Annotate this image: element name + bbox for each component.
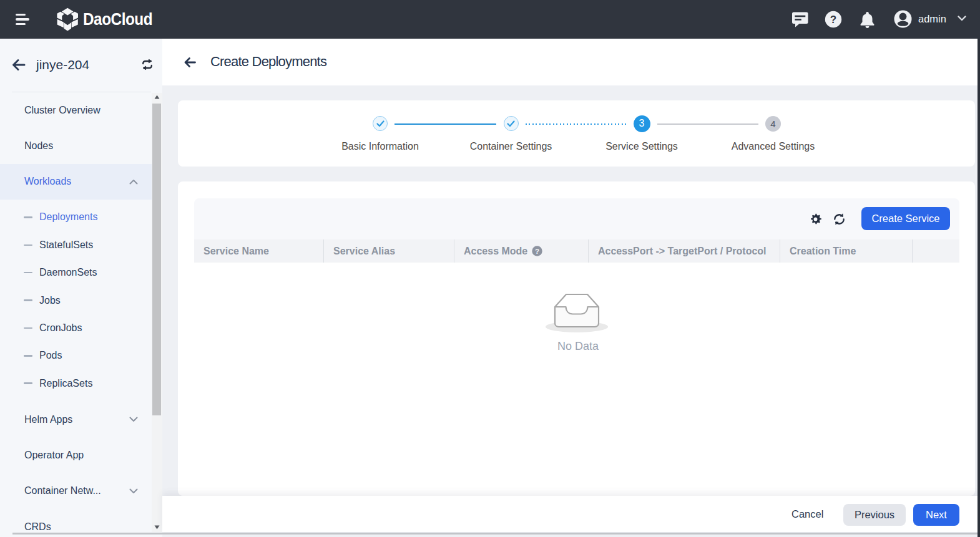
svg-text:?: ? [535, 248, 539, 255]
svg-text:?: ? [830, 14, 836, 26]
